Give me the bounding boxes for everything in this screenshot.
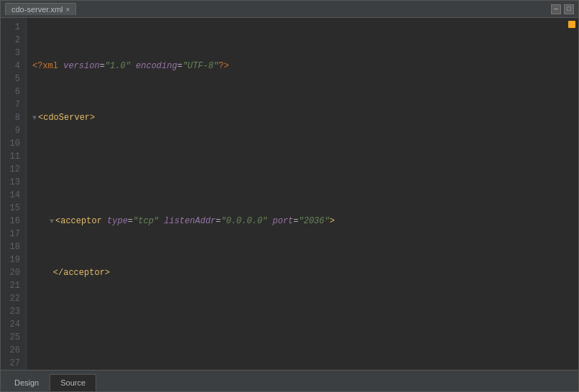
minimize-button[interactable]: ─	[551, 4, 561, 14]
maximize-button[interactable]: □	[564, 4, 574, 14]
main-window: cdo-server.xml × ─ □ 1 2 3 4 5 6 7 8 9 1…	[0, 0, 579, 392]
window-controls: ─ □	[551, 4, 574, 14]
tab-source[interactable]: Source	[50, 374, 96, 391]
lnum-25: 25	[5, 331, 20, 344]
lnum-18: 18	[5, 241, 20, 253]
lnum-4: 4	[5, 60, 20, 73]
code-line-3	[32, 163, 573, 176]
lnum-3: 3	[5, 47, 20, 60]
tab-close-icon[interactable]: ×	[66, 6, 70, 14]
lnum-1: 1	[5, 21, 20, 34]
code-content[interactable]: <?xml version="1.0" encoding="UTF-8"?> ▼…	[27, 18, 578, 370]
lnum-14: 14	[5, 189, 20, 202]
lnum-24: 24	[5, 318, 20, 331]
editor-tab[interactable]: cdo-server.xml ×	[5, 3, 76, 15]
lnum-11: 11	[5, 150, 20, 163]
lnum-16: 16	[5, 215, 20, 228]
lnum-10: 10	[5, 137, 20, 150]
lnum-26: 26	[5, 344, 20, 357]
tab-design-label: Design	[14, 378, 39, 387]
code-line-5: </acceptor>	[32, 266, 573, 279]
lnum-20: 20	[5, 266, 20, 279]
lnum-17: 17	[5, 228, 20, 241]
title-bar-left: cdo-server.xml ×	[5, 3, 76, 15]
editor-area[interactable]: 1 2 3 4 5 6 7 8 9 10 11 12 13 14 15 16 1…	[1, 18, 578, 370]
lnum-13: 13	[5, 176, 20, 189]
lnum-2: 2	[5, 34, 20, 47]
error-marker	[568, 21, 575, 28]
lnum-9: 9	[5, 124, 20, 137]
code-line-4: ▼<acceptor type="tcp" listenAddr="0.0.0.…	[32, 215, 573, 228]
lnum-8: 8	[5, 111, 20, 124]
line-numbers: 1 2 3 4 5 6 7 8 9 10 11 12 13 14 15 16 1…	[1, 18, 27, 370]
lnum-27: 27	[5, 357, 20, 370]
lnum-21: 21	[5, 279, 20, 292]
xml-decl-1: <?xml	[32, 61, 63, 71]
lnum-22: 22	[5, 292, 20, 305]
lnum-6: 6	[5, 85, 20, 98]
lnum-7: 7	[5, 98, 20, 111]
lnum-12: 12	[5, 163, 20, 176]
code-line-2: ▼<cdoServer>	[32, 111, 573, 124]
tab-source-label: Source	[60, 378, 85, 387]
lnum-19: 19	[5, 253, 20, 266]
code-container: 1 2 3 4 5 6 7 8 9 10 11 12 13 14 15 16 1…	[1, 18, 578, 370]
title-bar: cdo-server.xml × ─ □	[1, 1, 578, 18]
tab-design[interactable]: Design	[4, 374, 50, 391]
code-line-1: <?xml version="1.0" encoding="UTF-8"?>	[32, 60, 573, 73]
lnum-5: 5	[5, 73, 20, 85]
lnum-15: 15	[5, 202, 20, 215]
bottom-tabs: Design Source	[1, 370, 578, 391]
lnum-23: 23	[5, 305, 20, 318]
tab-label: cdo-server.xml	[11, 5, 63, 14]
code-line-6	[32, 318, 573, 331]
